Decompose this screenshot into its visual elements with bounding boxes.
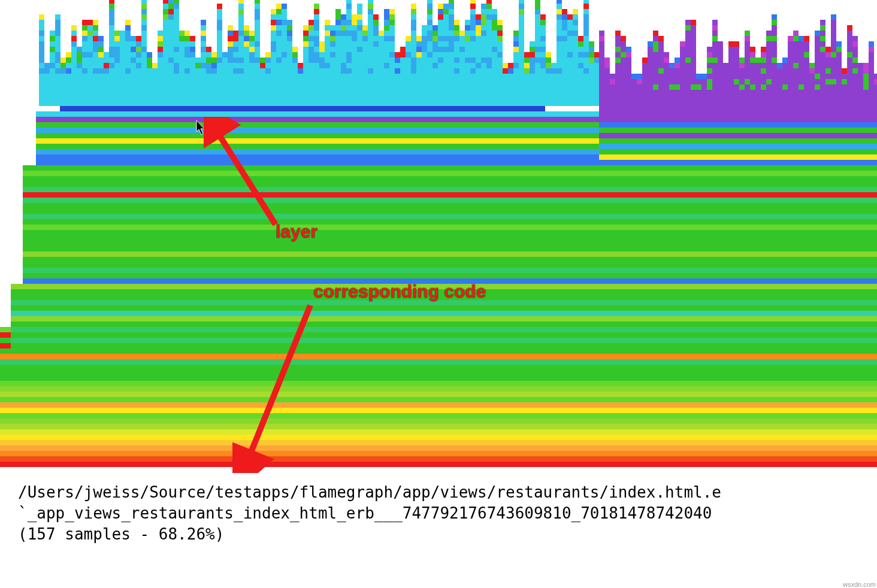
flame-cell[interactable] [508,84,513,90]
flame-cell[interactable] [820,79,825,84]
flame-cell[interactable] [465,57,470,63]
flame-cell[interactable] [449,14,454,20]
flame-cell[interactable] [476,57,481,63]
flame-cell[interactable] [422,79,427,84]
flame-cell[interactable] [400,52,406,57]
flame-cell[interactable] [831,41,836,47]
flame-cell[interactable] [61,84,66,90]
flame-cell[interactable] [562,20,567,25]
flame-cell[interactable] [174,0,179,4]
flame-cell[interactable] [282,25,287,31]
flame-cell[interactable] [71,25,77,31]
flame-cell[interactable] [244,25,249,31]
flame-layer[interactable] [0,359,877,365]
flame-cell[interactable] [362,47,368,52]
flame-cell[interactable] [820,52,825,57]
flame-cell[interactable] [55,52,61,57]
flame-cell[interactable] [492,68,497,74]
flame-cell[interactable] [685,57,691,63]
flame-cell[interactable] [163,4,168,9]
flame-cell[interactable] [195,79,201,84]
flame-cell[interactable] [55,25,61,31]
flame-cell[interactable] [492,36,497,41]
flame-cell[interactable] [696,84,701,90]
flame-cell[interactable] [168,57,174,63]
flame-cell[interactable] [739,74,745,79]
flame-cell[interactable] [567,74,573,79]
flame-cell[interactable] [416,36,422,41]
flame-cell[interactable] [163,84,168,90]
flame-cell[interactable] [158,47,163,52]
flame-cell[interactable] [583,79,589,84]
flame-cell[interactable] [287,52,292,57]
flame-cell[interactable] [653,52,658,57]
flame-cell[interactable] [664,74,669,79]
flame-cell[interactable] [238,9,244,14]
flame-cell[interactable] [271,52,276,57]
flame-cell[interactable] [551,63,557,68]
flame-cell[interactable] [573,79,578,84]
flame-cell[interactable] [685,52,691,57]
flame-cell[interactable] [476,41,481,47]
flame-cell[interactable] [734,63,739,68]
flame-cell[interactable] [755,84,761,90]
flame-cell[interactable] [276,57,282,63]
flame-cell[interactable] [389,36,395,41]
flame-layer[interactable] [0,429,877,435]
flame-cell[interactable] [319,84,325,90]
flame-cell[interactable] [524,63,530,68]
flame-cell[interactable] [211,57,217,63]
flame-cell[interactable] [562,47,567,52]
flame-cell[interactable] [287,47,292,52]
flame-cell[interactable] [486,63,492,68]
flame-layer[interactable] [23,230,877,235]
flame-cell[interactable] [217,20,222,25]
flame-cell[interactable] [745,47,750,52]
flame-cell[interactable] [389,68,395,74]
flame-cell[interactable] [276,20,282,25]
flame-cell[interactable] [82,79,87,84]
flame-cell[interactable] [459,57,465,63]
flame-cell[interactable] [562,63,567,68]
flame-cell[interactable] [362,84,368,90]
flame-cell[interactable] [567,68,573,74]
flame-cell[interactable] [368,14,373,20]
flame-cell[interactable] [249,47,255,52]
flame-cell[interactable] [319,47,325,52]
flame-layer[interactable] [39,101,599,106]
flame-cell[interactable] [782,68,788,74]
flame-cell[interactable] [604,79,610,84]
flame-cell[interactable] [470,68,476,74]
flame-cell[interactable] [815,31,820,36]
flame-cell[interactable] [449,68,454,74]
flame-cell[interactable] [567,41,573,47]
flame-cell[interactable] [282,14,287,20]
flame-cell[interactable] [77,79,82,84]
flame-cell[interactable] [395,52,400,57]
flame-cell[interactable] [443,9,449,14]
flame-cell[interactable] [562,36,567,41]
flame-cell[interactable] [535,20,540,25]
flame-cell[interactable] [314,74,319,79]
flame-cell[interactable] [244,41,249,47]
flame-cell[interactable] [303,84,309,90]
flame-cell[interactable] [583,47,589,52]
flame-cell[interactable] [217,52,222,57]
flame-cell[interactable] [120,74,125,79]
flame-cell[interactable] [648,41,653,47]
flame-cell[interactable] [158,36,163,41]
flame-cell[interactable] [621,47,626,52]
flame-cell[interactable] [772,84,777,90]
flame-cell[interactable] [244,31,249,36]
flame-cell[interactable] [217,36,222,41]
flame-cell[interactable] [55,41,61,47]
flame-cell[interactable] [195,63,201,68]
flame-cell[interactable] [739,84,745,90]
flame-cell[interactable] [87,57,93,63]
flame-cell[interactable] [712,20,718,25]
flame-layer[interactable] [0,386,877,392]
flame-cell[interactable] [249,31,255,36]
flame-cell[interactable] [497,41,503,47]
flame-cell[interactable] [562,84,567,90]
flame-cell[interactable] [368,31,373,36]
